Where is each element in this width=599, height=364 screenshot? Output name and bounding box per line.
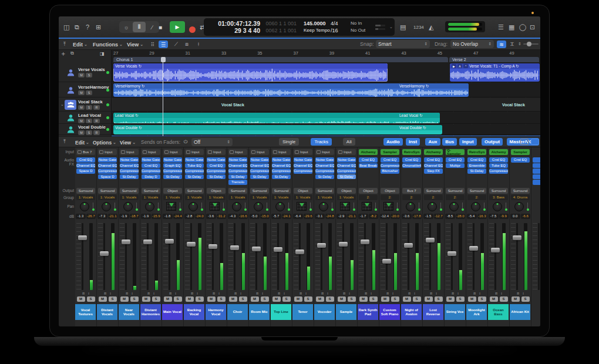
record-input-buttons[interactable]: RI [140,292,161,296]
fader-cap[interactable] [469,246,478,251]
record-button[interactable]: R [93,130,100,135]
fx-plugin-slot[interactable]: Compressor [272,168,291,174]
fx-plugin-slot[interactable]: Noise Gate [207,157,226,163]
group-slot[interactable]: 1: Vocals [228,195,247,200]
pan-knob[interactable] [123,202,133,211]
fx-plugin-slot[interactable]: Compressor [294,168,312,174]
solo-button[interactable]: S [326,296,334,302]
solo-button[interactable]: S [521,296,530,302]
pan-control[interactable] [249,201,270,213]
output-slot[interactable]: Surround [185,188,204,194]
volume-fader[interactable] [386,223,388,290]
record-input-buttons[interactable]: RI [358,292,379,296]
fx-plugin-slot[interactable]: Cnsl EQ [402,157,421,163]
mute-button[interactable]: M [511,296,520,302]
solo-button[interactable]: S [86,73,92,77]
record-input-buttons[interactable]: RI [292,292,314,296]
disclosure-chevron[interactable]: ⌄ [60,102,65,107]
fx-plugin-slot[interactable]: Cnsl EQ [207,163,226,168]
mute-button[interactable]: M [99,296,107,302]
fx-plugin-slot[interactable]: Channel EQ [315,163,334,168]
pan-knob[interactable] [319,202,328,211]
track-name-tile[interactable]: Lost Reverse [423,304,443,320]
input-slot[interactable]: Input [337,149,356,155]
fx-plugin-slot[interactable]: Channel EQ [424,163,443,168]
input-slot[interactable]: Input [163,149,182,155]
output-slot[interactable]: Surround [76,188,95,194]
pan-control[interactable] [423,201,444,213]
mute-button[interactable]: M [164,296,172,302]
pan-knob[interactable] [449,202,459,211]
pan-control[interactable] [97,201,118,213]
mute-button[interactable]: M [186,296,194,302]
track-header[interactable]: ⌄ VerseHarmony MS [59,83,112,97]
pan-control[interactable] [75,201,96,213]
mute-button[interactable]: M [316,296,324,302]
mute-button[interactable]: M [425,296,433,302]
db-readout[interactable]: -3.6-31.2 [206,214,226,219]
fx-plugin-slot[interactable]: Compressor [381,163,399,168]
flex-mode-icon[interactable]: ≋ [497,41,506,48]
solo-button[interactable]: S [456,296,465,302]
group-slot[interactable]: 1: Vocals [315,195,334,200]
track-name-tile[interactable]: Vocoder [314,304,335,320]
fx-plugin-slot[interactable]: Noise Gate [228,157,247,163]
track-name-tile[interactable]: Ocean Bass [488,304,509,320]
track-header-config-icon[interactable]: ◨ [100,50,105,57]
fx-plugin-slot[interactable]: Channel EQ [228,163,247,168]
fx-plugin-slot[interactable]: Compressor [185,168,204,174]
pan-control[interactable] [119,201,140,213]
fx-plugin-slot[interactable]: Compressor [250,168,269,174]
fx-plugin-slot[interactable]: Bitcrusher [381,168,399,174]
volume-fader[interactable] [169,223,170,290]
group-slot[interactable]: 2: Keyboards [381,195,399,200]
pan-control[interactable] [466,201,487,213]
volume-fader[interactable] [364,223,366,290]
group-slot[interactable]: 1: Vocals [337,195,356,200]
sends-select[interactable]: Off⇕ [191,138,233,146]
count-in-icon[interactable]: 1234 [413,22,424,32]
solo-button[interactable]: S [500,296,508,302]
pan-control[interactable] [314,201,335,213]
volume-fader[interactable] [82,223,83,290]
group-slot[interactable]: 4: Drums [511,195,530,200]
output-slot[interactable]: Object [359,188,378,194]
marquee-tool-icon[interactable]: Ɪ [507,41,517,48]
output-slot[interactable]: Surround [315,188,334,194]
filter-output[interactable]: Output [482,138,503,146]
input-slot[interactable]: Input [294,149,312,155]
solo-button[interactable]: S [239,296,247,302]
audio-region[interactable]: ▶A⌃Verse Vocals: T1 - Comp A ↻ [450,63,540,82]
pan-control[interactable] [140,201,161,213]
object-panner[interactable] [297,202,307,211]
pan-control[interactable] [379,201,401,213]
record-input-buttons[interactable]: RI [97,292,118,296]
track-header[interactable]: ⌄ Verse Vocals MS [59,63,112,82]
db-readout[interactable]: -5.7-24.1 [271,214,291,219]
record-button[interactable]: R [93,105,100,110]
db-readout[interactable]: -8.5-28.0 [445,214,465,219]
solo-button[interactable]: S [282,296,291,302]
list-view-icon[interactable]: ☰ [159,41,168,48]
volume-fader[interactable] [494,223,496,290]
mixer-edit-menu[interactable]: Edit⌄ [75,139,89,146]
fx-plugin-slot[interactable]: Noise Gate [315,157,334,163]
fx-plugin-slot[interactable]: Noise Gate [163,157,182,163]
volume-fader[interactable] [147,223,149,290]
fx-plugin-slot[interactable]: Compressor [337,168,356,174]
db-readout[interactable]: -1.5-12.7 [423,214,443,219]
fx-plugin-slot[interactable]: Ensemble [467,163,486,168]
fx-plugin-slot[interactable]: Noise Gate [142,157,160,163]
output-slot[interactable]: Surround [250,188,269,194]
fx-plugin-slot[interactable]: Tube EQ [489,163,508,168]
hide-mixer-icon[interactable]: ⤒ [60,138,69,146]
power-icon[interactable]: ⏻ [181,138,190,146]
playhead[interactable] [163,57,163,136]
fx-plugin-slot[interactable]: Compressor [315,168,334,174]
mute-button[interactable]: M [359,296,368,302]
pan-control[interactable] [162,201,183,213]
db-readout[interactable]: -7.5-9.9 [489,214,509,219]
fx-plugin-slot[interactable]: Channel EQ [294,163,312,168]
object-panner[interactable] [166,202,176,211]
output-slot[interactable]: Bus 7 [402,188,421,194]
